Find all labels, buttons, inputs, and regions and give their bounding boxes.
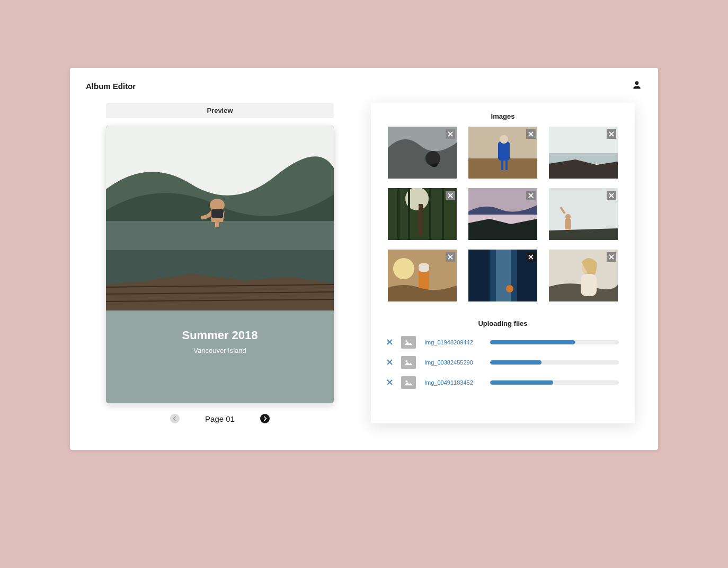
upload-filename: Img_00491183452 <box>424 379 482 386</box>
svg-rect-9 <box>215 220 219 227</box>
svg-rect-3 <box>106 221 334 250</box>
thumbnail-grid <box>387 127 619 301</box>
album-editor-app: Album Editor Preview <box>70 68 658 450</box>
upload-row: Img_00491183452 <box>387 376 619 389</box>
preview-caption: Summer 2018 Vancouver Island <box>106 310 334 403</box>
upload-progress-bar <box>490 340 619 344</box>
close-icon[interactable] <box>607 191 616 200</box>
upload-progress-bar <box>490 360 619 365</box>
upload-cancel-button[interactable] <box>387 378 393 387</box>
svg-point-27 <box>565 214 571 219</box>
images-heading: Images <box>387 112 619 120</box>
app-title: Album Editor <box>86 82 136 91</box>
image-placeholder-icon <box>401 336 416 349</box>
thumbnail[interactable] <box>467 127 538 179</box>
thumbnail[interactable] <box>387 250 458 301</box>
close-icon[interactable] <box>446 129 455 139</box>
upload-filename: Img_00382455290 <box>424 359 482 366</box>
svg-point-16 <box>500 135 508 144</box>
svg-rect-17 <box>501 161 503 170</box>
user-icon[interactable] <box>632 79 642 92</box>
svg-rect-18 <box>505 161 508 170</box>
image-placeholder-icon <box>401 376 416 389</box>
upload-row: Img_01948209442 <box>387 336 619 349</box>
close-icon[interactable] <box>526 191 536 200</box>
thumbnail[interactable] <box>387 188 458 240</box>
svg-point-31 <box>393 258 414 279</box>
upload-filename: Img_01948209442 <box>424 339 482 345</box>
thumbnail[interactable] <box>548 127 619 179</box>
close-icon[interactable] <box>526 129 536 139</box>
uploading-heading: Uploading files <box>387 320 619 327</box>
images-panel: Images <box>371 103 635 423</box>
upload-cancel-button[interactable] <box>387 338 393 347</box>
preview-subtitle: Vancouver Island <box>111 347 329 354</box>
svg-rect-10 <box>211 209 223 218</box>
svg-point-44 <box>405 380 407 383</box>
content: Preview <box>70 92 658 423</box>
close-icon[interactable] <box>607 252 616 262</box>
thumbnail[interactable] <box>548 188 619 240</box>
svg-rect-15 <box>498 141 510 161</box>
upload-progress-bar <box>490 380 619 385</box>
thumbnail[interactable] <box>548 250 619 301</box>
thumbnail[interactable] <box>467 250 538 301</box>
page-prev-button[interactable] <box>170 414 180 423</box>
close-icon[interactable] <box>446 252 455 262</box>
preview-title: Summer 2018 <box>111 329 329 342</box>
svg-rect-40 <box>581 274 597 296</box>
preview-card: Summer 2018 Vancouver Island <box>106 126 334 403</box>
upload-progress-fill <box>490 360 541 365</box>
page-label: Page 01 <box>205 414 235 423</box>
thumbnail[interactable] <box>387 127 458 179</box>
close-icon[interactable] <box>526 252 536 262</box>
preview-tab[interactable]: Preview <box>106 103 334 118</box>
close-icon[interactable] <box>446 191 455 200</box>
svg-point-43 <box>405 360 407 362</box>
image-placeholder-icon <box>401 356 416 369</box>
page-next-button[interactable] <box>260 414 270 423</box>
preview-panel: Preview <box>106 103 334 423</box>
preview-image <box>106 126 334 310</box>
upload-progress-fill <box>490 340 575 344</box>
close-icon[interactable] <box>607 129 616 139</box>
thumbnail[interactable] <box>467 188 538 240</box>
svg-rect-36 <box>496 250 511 301</box>
svg-point-37 <box>506 285 513 292</box>
header: Album Editor <box>70 68 658 92</box>
pager: Page 01 <box>106 414 334 423</box>
upload-cancel-button[interactable] <box>387 358 393 367</box>
upload-progress-fill <box>490 380 553 385</box>
svg-rect-23 <box>419 204 423 236</box>
upload-row: Img_00382455290 <box>387 356 619 369</box>
svg-point-42 <box>405 340 407 342</box>
svg-rect-33 <box>419 263 429 272</box>
svg-rect-28 <box>565 219 571 229</box>
svg-point-0 <box>635 81 639 85</box>
